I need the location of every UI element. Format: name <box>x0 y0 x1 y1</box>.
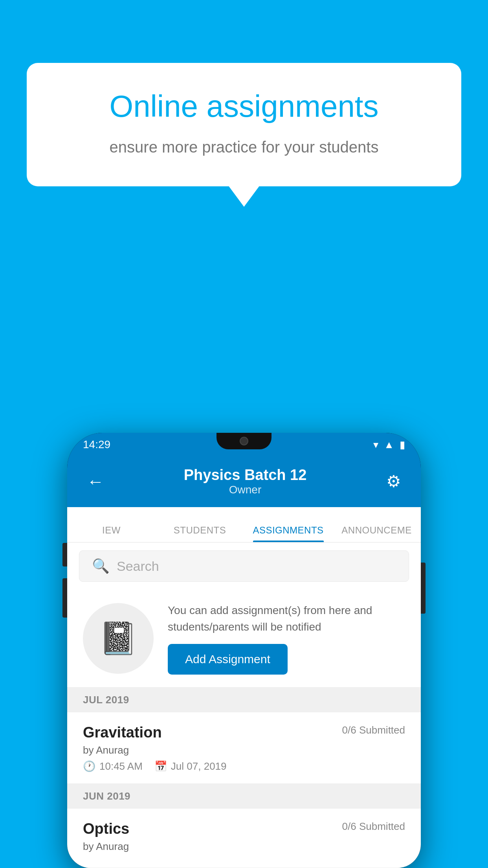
add-assignment-button[interactable]: Add Assignment <box>168 644 288 675</box>
header-title-block: Physics Batch 12 Owner <box>104 467 386 496</box>
assignment-date: 📅 Jul 07, 2019 <box>154 760 227 772</box>
add-assignment-promo: 📓 You can add assignment(s) from here an… <box>67 590 421 688</box>
tab-announcements[interactable]: ANNOUNCEME <box>332 525 421 542</box>
status-time: 14:29 <box>83 438 110 451</box>
search-placeholder: Search <box>117 559 159 574</box>
promo-content: You can add assignment(s) from here and … <box>168 602 405 675</box>
back-button[interactable]: ← <box>87 472 104 491</box>
batch-title: Physics Batch 12 <box>104 467 386 484</box>
clock-icon: 🕐 <box>83 760 95 772</box>
submitted-count-optics: 0/6 Submitted <box>342 820 405 833</box>
assignment-author-optics: by Anurag <box>83 840 405 853</box>
search-container: 🔍 Search <box>67 542 421 590</box>
bubble-title: Online assignments <box>55 88 433 125</box>
status-icons: ▾ ▲ ▮ <box>373 439 405 451</box>
tab-overview[interactable]: IEW <box>67 525 156 542</box>
submitted-count: 0/6 Submitted <box>342 724 405 736</box>
tab-students[interactable]: STUDENTS <box>156 525 244 542</box>
calendar-icon: 📅 <box>154 760 167 772</box>
search-bar[interactable]: 🔍 Search <box>79 550 409 582</box>
assignment-author: by Anurag <box>83 744 405 756</box>
settings-icon[interactable]: ⚙ <box>386 472 401 491</box>
wifi-icon: ▾ <box>373 439 378 451</box>
speech-bubble: Online assignments ensure more practice … <box>27 63 461 186</box>
front-camera <box>240 437 248 445</box>
signal-icon: ▲ <box>384 439 394 451</box>
tab-assignments[interactable]: ASSIGNMENTS <box>244 525 332 542</box>
assignment-item-gravitation[interactable]: Gravitation 0/6 Submitted by Anurag 🕐 10… <box>67 712 421 784</box>
promo-icon-container: 📓 <box>83 603 154 674</box>
section-header-jul: JUL 2019 <box>67 688 421 712</box>
phone-outer: 14:29 ▾ ▲ ▮ ← Physics Batch 12 Owner ⚙ <box>67 433 421 868</box>
assignment-item-optics[interactable]: Optics 0/6 Submitted by Anurag <box>67 809 421 868</box>
phone-side-button <box>62 543 67 566</box>
role-label: Owner <box>104 484 386 496</box>
phone-mockup: 14:29 ▾ ▲ ▮ ← Physics Batch 12 Owner ⚙ <box>67 433 421 868</box>
phone-power-button <box>421 563 426 614</box>
phone-side-button-2 <box>62 578 67 618</box>
app-header: ← Physics Batch 12 Owner ⚙ <box>67 456 421 507</box>
assignment-name: Gravitation <box>83 724 162 741</box>
assignment-time: 🕐 10:45 AM <box>83 760 143 772</box>
phone-notch <box>216 433 272 449</box>
section-header-jun: JUN 2019 <box>67 784 421 809</box>
notebook-icon: 📓 <box>99 620 138 657</box>
assignment-meta: 🕐 10:45 AM 📅 Jul 07, 2019 <box>83 760 405 772</box>
bubble-subtitle: ensure more practice for your students <box>55 136 433 158</box>
search-icon: 🔍 <box>92 558 110 574</box>
promo-card: Online assignments ensure more practice … <box>27 63 461 186</box>
battery-icon: ▮ <box>400 439 405 451</box>
assignment-name-optics: Optics <box>83 820 129 837</box>
phone-screen: ← Physics Batch 12 Owner ⚙ IEW STUDENTS … <box>67 456 421 868</box>
promo-description: You can add assignment(s) from here and … <box>168 602 405 635</box>
tab-bar: IEW STUDENTS ASSIGNMENTS ANNOUNCEME <box>67 507 421 542</box>
